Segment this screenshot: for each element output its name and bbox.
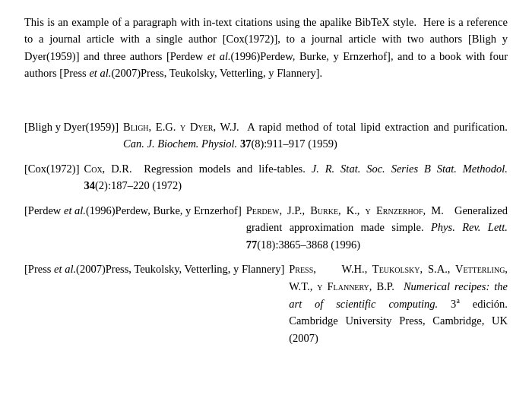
ref-label-bligh: [Bligh y Dyer(1959)]: [24, 118, 119, 153]
ref-entry-press: [Press et al.(2007)Press, Teukolsky, Vet…: [24, 261, 508, 346]
ref-authors-bligh: Bligh, E.G. y Dyer, W.J.: [123, 121, 239, 133]
ref-volume-perdew: 77: [246, 239, 258, 251]
ref-entry-cox: [Cox(1972)] Cox, D.R. Regression models …: [24, 160, 508, 194]
ref-content-perdew: Perdew, J.P., Burke, K., y Ernzerhof, M.…: [246, 202, 508, 253]
ref-content-cox: Cox, D.R. Regression models and life-tab…: [84, 160, 508, 194]
ref-journal-bligh: Can. J. Biochem. Physiol.: [123, 137, 237, 150]
ref-label-perdew: [Perdew et al.(1996)Perdew, Burke, y Ern…: [24, 202, 242, 253]
ref-content-press: Press, W.H., Teukolsky, S.A., Vetterling…: [289, 261, 508, 346]
ref-volume-cox: 34: [84, 179, 96, 191]
ref-authors-cox: Cox, D.R.: [84, 163, 132, 175]
abstract-paragraph: This is an example of a paragraph with i…: [24, 14, 508, 82]
ref-journal-cox: J. R. Stat. Soc. Series B Stat. Methodol…: [312, 163, 508, 175]
ref-entry-perdew: [Perdew et al.(1996)Perdew, Burke, y Ern…: [24, 202, 508, 253]
ref-volume-bligh: 37: [240, 137, 252, 150]
ref-content-bligh: Bligh, E.G. y Dyer, W.J. A rapid method …: [123, 118, 508, 153]
ref-authors-perdew: Perdew, J.P., Burke, K., y Ernzerhof, M.: [246, 204, 444, 216]
ref-entry-bligh: [Bligh y Dyer(1959)] Bligh, E.G. y Dyer,…: [24, 118, 508, 153]
ref-label-cox: [Cox(1972)]: [24, 160, 80, 194]
ref-label-press: [Press et al.(2007)Press, Teukolsky, Vet…: [24, 261, 284, 346]
references-section: [Bligh y Dyer(1959)] Bligh, E.G. y Dyer,…: [24, 118, 508, 354]
ref-journal-perdew: Phys. Rev. Lett.: [431, 221, 508, 233]
